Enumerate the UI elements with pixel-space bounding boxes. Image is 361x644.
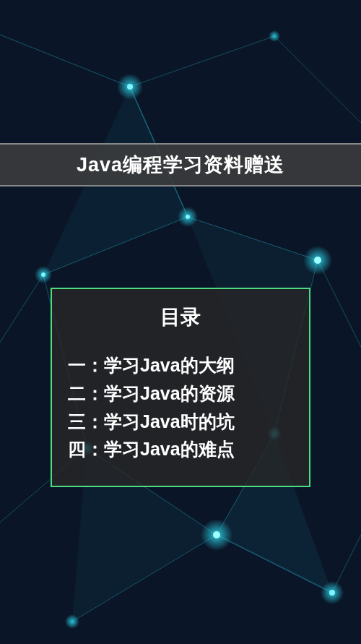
svg-line-3 [274,36,361,130]
svg-point-27 [41,272,45,277]
svg-point-21 [127,84,133,90]
svg-point-23 [186,215,190,219]
toc-heading: 目录 [68,304,293,331]
svg-line-0 [0,29,130,87]
svg-line-14 [332,506,361,593]
toc-item: 三：学习Java时的坑 [68,408,293,436]
toc-panel: 目录 一：学习Java的大纲 二：学习Java的资源 三：学习Java时的坑 四… [51,288,310,487]
title-bar: Java编程学习资料赠送 [0,143,361,186]
svg-point-31 [213,531,220,538]
svg-line-1 [130,36,274,87]
svg-point-25 [314,257,321,264]
svg-line-6 [0,275,43,376]
svg-line-7 [318,260,361,361]
svg-point-33 [329,590,335,596]
svg-point-34 [269,30,280,42]
toc-item: 四：学习Java的难点 [68,435,293,463]
page-title: Java编程学习资料赠送 [77,152,284,178]
toc-item: 一：学习Java的大纲 [68,351,293,379]
toc-item: 二：学习Java的资源 [68,379,293,408]
svg-point-35 [65,614,79,629]
